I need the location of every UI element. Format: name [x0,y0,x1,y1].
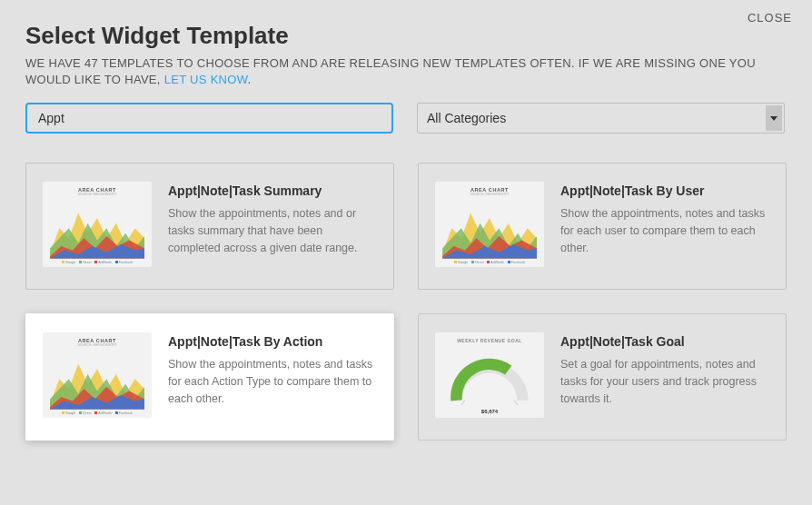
gauge-chart-thumbnail: WEEKLY REVENUE GOAL $6,674 [435,332,544,418]
category-select[interactable]: All Categories [417,103,785,134]
template-card-by-user[interactable]: AREA CHART SOURCE: INFUSIONSOFT Google D… [418,163,787,290]
card-description: Show the appointments, notes and tasks f… [560,205,769,256]
card-description: Show the appointments, notes and tasks f… [168,356,377,407]
template-card-goal[interactable]: WEEKLY REVENUE GOAL $6,674 Appt|Note|Tas… [418,313,787,441]
subtitle-text: WE HAVE 47 TEMPLATES TO CHOOSE FROM AND … [25,56,756,86]
category-select-field[interactable]: All Categories [418,104,784,133]
template-card-summary[interactable]: AREA CHART SOURCE: INFUSIONSOFT Google D… [25,163,394,290]
area-chart-thumbnail: AREA CHART SOURCE: INFUSIONSOFT Google D… [43,182,152,267]
let-us-know-link[interactable]: LET US KNOW [164,73,248,86]
card-title: Appt|Note|Task By Action [168,334,377,349]
card-title: Appt|Note|Task Summary [168,183,377,198]
area-chart-thumbnail: AREA CHART SOURCE: INFUSIONSOFT Google D… [43,332,152,418]
area-chart-thumbnail: AREA CHART SOURCE: INFUSIONSOFT Google D… [435,182,544,267]
gauge-value: $6,674 [481,409,498,414]
modal-subtitle: WE HAVE 47 TEMPLATES TO CHOOSE FROM AND … [25,55,787,88]
card-description: Set a goal for appointments, notes and t… [560,356,769,407]
close-button[interactable]: CLOSE [748,11,792,25]
card-title: Appt|Note|Task By User [560,183,769,198]
modal-title: Select Widget Template [25,22,787,50]
card-title: Appt|Note|Task Goal [560,334,769,349]
card-description: Show the appointments, notes and or task… [168,205,377,256]
svg-line-13 [514,401,518,405]
search-input[interactable] [25,103,393,134]
template-card-by-action[interactable]: AREA CHART SOURCE: INFUSIONSOFT Google D… [25,313,394,441]
svg-line-12 [461,401,465,405]
subtitle-suffix: . [248,73,252,86]
